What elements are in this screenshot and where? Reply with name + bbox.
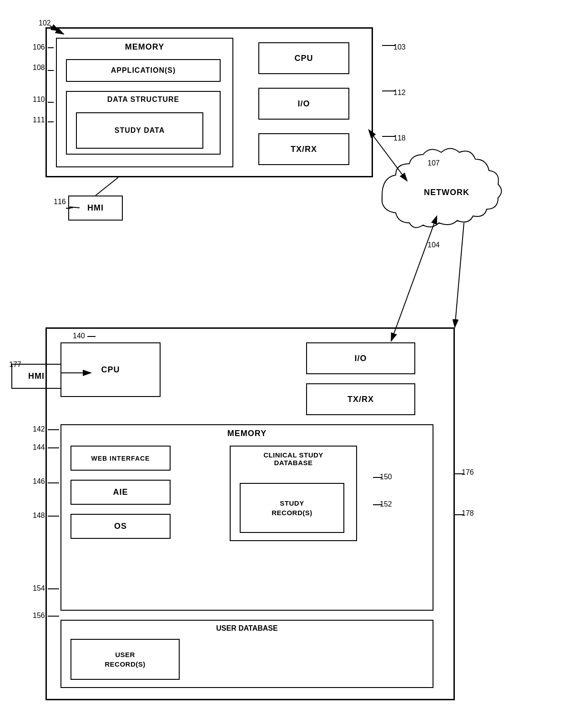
svg-line-8: [455, 223, 464, 327]
bottom-cpu-box: CPU: [60, 342, 161, 397]
bottom-io-label: I/O: [354, 354, 367, 363]
ref-118: 118: [393, 134, 406, 142]
ref-142: 142: [33, 425, 45, 433]
ref-177: 177: [9, 361, 21, 369]
top-memory-box: MEMORY APPLICATION(S) DATA STRUCTURE STU…: [56, 38, 233, 167]
svg-line-7: [391, 223, 434, 341]
ref-106: 106: [33, 43, 45, 51]
ref-152: 152: [380, 500, 392, 508]
bottom-userrecords-label: USERRECORD(S): [105, 650, 146, 669]
ref-112: 112: [393, 89, 406, 97]
bottom-aie-label: AIE: [113, 487, 128, 497]
top-datastructure-label: DATA STRUCTURE: [67, 95, 220, 104]
bottom-userdatabase-label: USER DATABASE: [61, 624, 433, 633]
bottom-userrecords-box: USERRECORD(S): [70, 639, 180, 680]
ref-178: 178: [462, 509, 474, 517]
ref-154: 154: [33, 584, 45, 592]
svg-line-6: [373, 136, 407, 181]
top-cpu-box: CPU: [258, 42, 349, 74]
bottom-studyrecords-box: STUDYRECORD(S): [240, 483, 344, 533]
top-applications-label: APPLICATION(S): [111, 66, 176, 75]
bottom-io-box: I/O: [306, 342, 415, 374]
top-io-box: I/O: [258, 88, 349, 120]
ref-150: 150: [380, 473, 392, 481]
bottom-webinterface-box: WEB INTERFACE: [70, 446, 171, 471]
ref-146: 146: [33, 477, 45, 486]
top-memory-label: MEMORY: [57, 42, 232, 52]
ref-111: 111: [33, 116, 45, 124]
bottom-aie-box: AIE: [70, 480, 171, 505]
bottom-os-label: OS: [114, 522, 127, 531]
bottom-studyrecords-label: STUDYRECORD(S): [272, 498, 312, 517]
ref-144: 144: [33, 443, 45, 452]
network-label: NETWORK: [406, 188, 488, 197]
ref-176: 176: [462, 468, 474, 477]
top-hmi-box: HMI: [68, 196, 123, 221]
top-cpu-label: CPU: [294, 54, 313, 63]
bottom-txrx-box: TX/RX: [306, 383, 415, 415]
svg-line-4: [96, 177, 118, 196]
ref-116: 116: [54, 198, 66, 206]
top-studydata-label: STUDY DATA: [115, 126, 165, 135]
bottom-webinterface-label: WEB INTERFACE: [91, 455, 150, 462]
ref-103: 103: [393, 43, 406, 51]
top-computer-box: MEMORY APPLICATION(S) DATA STRUCTURE STU…: [45, 27, 373, 177]
ref-102: 102: [39, 19, 51, 27]
bottom-memory-outer: MEMORY WEB INTERFACE AIE OS CLINICAL STU…: [60, 424, 433, 611]
bottom-userdatabase-outer: USER DATABASE USERRECORD(S): [60, 620, 433, 688]
ref-108: 108: [33, 64, 45, 72]
top-datastructure-box: DATA STRUCTURE STUDY DATA: [66, 91, 221, 155]
bottom-txrx-label: TX/RX: [347, 395, 374, 404]
ref-148: 148: [33, 512, 45, 520]
bottom-memory-label: MEMORY: [61, 429, 433, 438]
top-applications-box: APPLICATION(S): [66, 59, 221, 82]
bottom-os-box: OS: [70, 514, 171, 539]
top-txrx-label: TX/RX: [291, 145, 317, 154]
bottom-hmi-label: HMI: [28, 372, 45, 381]
top-studydata-box: STUDY DATA: [76, 112, 203, 149]
ref-104: 104: [428, 241, 440, 249]
bottom-cpu-label: CPU: [101, 365, 120, 375]
ref-110: 110: [33, 95, 45, 104]
bottom-computer-box: CPU I/O TX/RX MEMORY WEB INTERFACE AIE O…: [45, 327, 455, 700]
top-hmi-label: HMI: [87, 203, 104, 213]
diagram-container: 102 MEMORY APPLICATION(S) DATA STRUCTURE…: [0, 0, 564, 728]
top-io-label: I/O: [297, 99, 310, 109]
ref-156: 156: [33, 612, 45, 620]
bottom-clinicalstudy-box: CLINICAL STUDYDATABASE STUDYRECORD(S): [230, 446, 357, 541]
top-txrx-box: TX/RX: [258, 133, 349, 165]
bottom-clinicalstudy-label: CLINICAL STUDYDATABASE: [231, 451, 356, 467]
ref-107: 107: [428, 159, 440, 167]
